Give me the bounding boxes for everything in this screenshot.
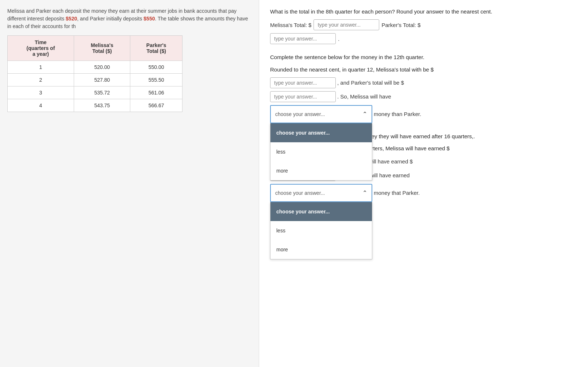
context2: , and Parker initially deposits [77, 16, 143, 22]
right-panel: What is the total in the 8th quarter for… [259, 0, 588, 367]
col-header-melissa: Melissa'sTotal ($) [74, 36, 130, 61]
table-cell: 566.67 [130, 99, 182, 112]
table-row: 2527.80555.50 [8, 74, 182, 86]
table-cell: 2 [8, 74, 74, 86]
q2-text1: Complete the sentence below for the mone… [270, 53, 577, 61]
q1-period: . [338, 36, 339, 42]
q3-dropdown-container[interactable]: choose your answer... ⌃ choose your answ… [270, 184, 372, 202]
data-table: Time(quarters ofa year) Melissa'sTotal (… [7, 35, 182, 112]
table-cell: 555.50 [130, 74, 182, 86]
col-header-time: Time(quarters ofa year) [8, 36, 74, 61]
context-text: Melissa and Parker each deposit the mone… [7, 7, 251, 30]
q2-dropdown-menu[interactable]: choose your answer... less more [270, 123, 372, 181]
q1-melissa-input[interactable] [314, 19, 379, 30]
table-cell: 3 [8, 86, 74, 99]
q1-parker-label: Parker's Total: $ [381, 22, 420, 28]
q1-parker-input[interactable] [270, 33, 336, 44]
q2-parker-input[interactable] [270, 91, 336, 102]
q2-dropdown-trigger[interactable]: choose your answer... ⌃ [270, 105, 372, 123]
question-1-block: What is the total in the 8th quarter for… [270, 7, 577, 44]
table-cell: 535.72 [74, 86, 130, 99]
q3-row3: choose your answer... ⌃ choose your answ… [270, 184, 577, 202]
q3-option-less[interactable]: less [270, 221, 372, 240]
chevron-up-icon-2: ⌃ [362, 187, 367, 199]
q2-option-less[interactable]: less [270, 142, 372, 161]
q2-row3: choose your answer... ⌃ choose your answ… [270, 105, 577, 123]
q1-text: What is the total in the 8th quarter for… [270, 7, 577, 16]
table-row: 4543.75566.67 [8, 99, 182, 112]
question-2-block: Complete the sentence below for the mone… [270, 53, 577, 123]
q2-option-more[interactable]: more [270, 161, 372, 180]
chevron-up-icon: ⌃ [362, 108, 367, 120]
q3-option-default[interactable]: choose your answer... [270, 202, 372, 221]
q2-text2: Rounded to the nearest cent, in quarter … [270, 65, 577, 74]
q2-dropdown-container[interactable]: choose your answer... ⌃ choose your answ… [270, 105, 372, 123]
q3-dropdown-trigger[interactable]: choose your answer... ⌃ [270, 184, 372, 202]
table-cell: 4 [8, 99, 74, 112]
table-row: 3535.72561.06 [8, 86, 182, 99]
q2-row2: . So, Melissa will have [270, 91, 577, 102]
q1-melissa-row: Melissa's Total: $ Parker's Total: $ [270, 19, 577, 30]
table-cell: 527.80 [74, 74, 130, 86]
table-cell: 550.00 [130, 61, 182, 74]
table-cell: 1 [8, 61, 74, 74]
q2-melissa-input[interactable] [270, 77, 336, 88]
q2-option-default[interactable]: choose your answer... [270, 123, 372, 142]
q2-connector1: , and Parker's total will be $ [337, 77, 404, 88]
q3-dropdown-menu[interactable]: choose your answer... less more [270, 202, 372, 259]
q2-row1: , and Parker's total will be $ [270, 77, 577, 88]
q2-dropdown-value: choose your answer... [275, 109, 325, 119]
q1-parker-row: . [270, 33, 577, 44]
melissa-amount: $520 [66, 16, 77, 22]
q2-connector3: money than Parker. [374, 109, 421, 120]
table-cell: 543.75 [74, 99, 130, 112]
col-header-parker: Parker'sTotal ($) [130, 36, 182, 61]
left-panel: Melissa and Parker each deposit the mone… [0, 0, 259, 367]
q2-connector2: . So, Melissa will have [337, 91, 391, 102]
q3-option-more[interactable]: more [270, 240, 372, 259]
table-cell: 520.00 [74, 61, 130, 74]
parker-amount: $550 [143, 16, 155, 22]
q1-melissa-label: Melissa's Total: $ [270, 22, 311, 28]
q3-connector3: money that Parker. [374, 188, 420, 198]
table-row: 1520.00550.00 [8, 61, 182, 74]
table-cell: 561.06 [130, 86, 182, 99]
q3-dropdown-value: choose your answer... [275, 188, 325, 198]
